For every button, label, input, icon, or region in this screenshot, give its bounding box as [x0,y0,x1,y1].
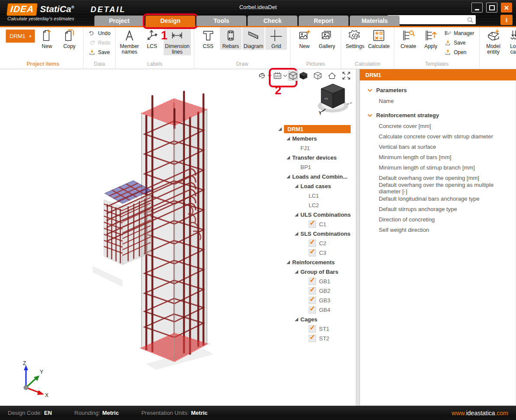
tree-item-uls-combinations[interactable]: ULS Combinations [277,210,351,219]
tab-project[interactable]: Project [94,16,144,26]
ribbon-button-undo[interactable]: Undo [87,29,112,38]
ribbon-button-settings[interactable]: Settings [344,27,366,50]
tab-report[interactable]: Report [299,16,348,26]
expander-icon[interactable] [286,260,290,264]
css-icon [201,29,215,42]
clip-cube-button[interactable] [313,71,323,81]
expander-icon[interactable] [286,175,290,179]
ribbon-button-copy[interactable]: Copy [58,27,80,50]
rotate-view-button[interactable] [257,71,267,81]
tab-check[interactable]: Check [248,16,297,26]
ribbon-button-new[interactable]: New [293,27,315,50]
status-rounding[interactable]: Rounding:Metric [74,410,119,416]
ribbon-button-lcs[interactable]: LCS [141,27,163,50]
tree-item-gb4[interactable]: ✓GB4 [277,305,351,314]
dropdown-label: DRM1 [10,33,26,39]
chevron-down-icon[interactable] [267,71,272,81]
ribbon-button-css[interactable]: CSS [197,27,219,50]
checkbox[interactable]: ✓ [309,240,316,247]
ribbon-button-open[interactable]: Open [442,48,476,57]
tree-item-group-of-bars[interactable]: Group of Bars [277,267,351,276]
minimize-button[interactable] [471,3,483,13]
navigation-cube[interactable]: +Y Y [313,81,354,116]
expander-icon[interactable] [294,213,298,217]
ribbon-button-gallery[interactable]: Gallery [316,27,338,50]
tree-item-c2[interactable]: ✓C2 [277,238,351,248]
ribbon-button-redo[interactable]: Redo [87,38,112,47]
tree-item-gb1[interactable]: ✓GB1 [277,276,351,286]
ribbon-button-save[interactable]: Save [442,38,476,47]
status-design-code[interactable]: Design Code:EN [8,410,52,416]
tree-item-drm1[interactable]: DRM1 [277,124,351,134]
maximize-button[interactable] [486,3,497,13]
expander-icon[interactable] [278,127,282,131]
tree-item-loads-and-combin[interactable]: Loads and Combin... [277,172,351,181]
tab-design[interactable]: Design1 [145,16,195,26]
tree-item-st2[interactable]: ✓ST2 [277,333,351,343]
tree-item-st1[interactable]: ✓ST1 [277,324,351,333]
viewport-3d[interactable]: 2 +Y Y [0,69,356,406]
checkbox[interactable]: ✓ [309,287,316,295]
tree-item-sls-combinations[interactable]: SLS Combinations [277,229,351,238]
info-button[interactable]: i [500,15,513,25]
ribbon-button-manager[interactable]: Manager [442,29,476,38]
tree-item-fj1[interactable]: FJ1 [277,143,351,153]
website-link[interactable]: www.ideastatica.com [452,410,508,417]
tree-item-label: GB1 [319,278,330,285]
view-preset-button[interactable]: 2 [272,71,283,81]
checkbox[interactable]: ✓ [309,325,316,333]
expander-icon[interactable] [286,156,290,160]
search-icon[interactable] [466,16,474,24]
dimension-lines-icon [170,29,184,42]
properties-list: ParametersNameReinforcement strategyConc… [360,80,516,406]
tree-item-c3[interactable]: ✓C3 [277,248,351,257]
tree-item-transfer-devices[interactable]: Transfer devices [277,153,351,162]
ribbon-button-diagram[interactable]: Diagram [242,27,264,50]
tree-item-c1[interactable]: ✓C1 [277,219,351,229]
ribbon-button-create[interactable]: Create [397,27,419,50]
expander-icon[interactable] [294,270,298,274]
checkbox[interactable]: ✓ [309,306,316,314]
tree-item-lc1[interactable]: LC1 [277,191,351,200]
ribbon-button-model-entity[interactable]: Model entity [483,27,504,55]
tab-tools[interactable]: Tools [197,16,246,26]
ribbon-button-dimension-lines[interactable]: Dimension lines [164,27,191,55]
ribbon-button-save[interactable]: Save [87,48,112,57]
ribbon-button-load-case[interactable]: Load case [505,27,516,55]
checkbox[interactable]: ✓ [309,249,316,256]
panel-divider[interactable] [356,69,360,406]
close-button[interactable] [501,3,512,13]
property-group-reinforcement-strategy[interactable]: Reinforcement strategy [360,110,516,121]
checkbox[interactable]: ✓ [309,335,316,342]
checkbox[interactable]: ✓ [309,221,316,228]
tree-item-gb3[interactable]: ✓GB3 [277,295,351,305]
tree-item-load-cases[interactable]: Load cases [277,181,351,191]
chevron-down-icon[interactable] [283,71,288,81]
ribbon-button-calculate[interactable]: Calculate [367,27,391,50]
tree-item-bp1[interactable]: BP1 [277,162,351,172]
expander-icon[interactable] [294,232,298,236]
status-presentation-units[interactable]: Presentation Units:Metric [141,410,207,416]
ribbon-button-grid[interactable]: Grid [265,27,287,50]
ribbon-button-member-names[interactable]: Member names [119,27,140,55]
expander-icon[interactable] [294,184,298,188]
ribbon-button-apply[interactable]: Apply [420,27,442,50]
tree-item-reinforcements[interactable]: Reinforcements [277,257,351,267]
tab-materials[interactable]: Materials [350,16,400,26]
tree-item-gb2[interactable]: ✓GB2 [277,286,351,295]
fit-view-button[interactable] [341,71,352,81]
checkbox[interactable]: ✓ [309,297,316,304]
expander-icon[interactable] [286,137,290,141]
tree-item-members[interactable]: Members [277,134,351,143]
home-button[interactable] [327,71,337,81]
tree-item-lc2[interactable]: LC2 [277,200,351,210]
ribbon-button-rebars[interactable]: Rebars [220,27,242,50]
checkbox[interactable]: ✓ [309,278,316,285]
solid-cube-button[interactable] [298,71,309,81]
wireframe-cube-button[interactable] [288,71,298,81]
expander-icon[interactable] [294,317,298,321]
project-item-dropdown[interactable]: DRM1▾ [6,29,35,43]
property-group-parameters[interactable]: Parameters [360,85,516,96]
tree-item-cages[interactable]: Cages [277,314,351,324]
ribbon-button-new[interactable]: New [36,27,58,50]
